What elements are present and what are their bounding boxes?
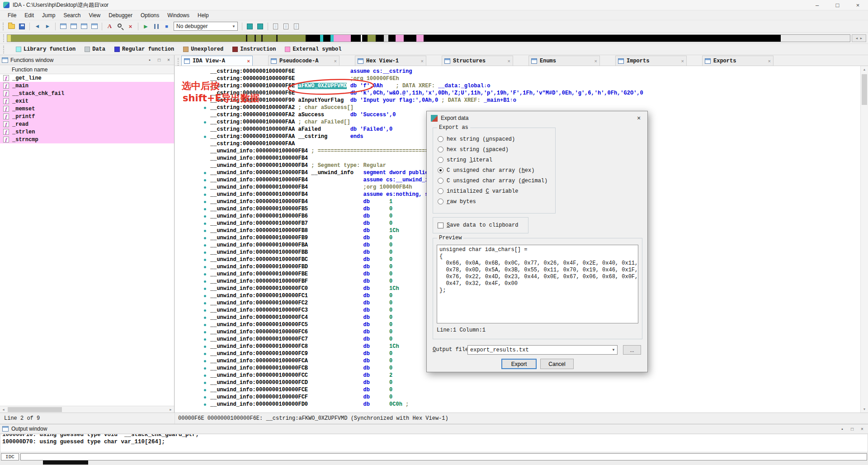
scroll-up-icon[interactable]: ▲ — [861, 66, 868, 73]
function-name-column-header[interactable]: Function name — [0, 65, 174, 74]
legend-handle[interactable] — [3, 46, 4, 53]
menu-view[interactable]: View — [85, 11, 104, 20]
option-initialized-c-variable[interactable]: initialized C variable — [433, 186, 555, 196]
script-file-icon[interactable] — [270, 21, 281, 31]
radio-button[interactable] — [438, 178, 443, 184]
save-to-clipboard-option[interactable]: Save data to clipboard — [433, 218, 528, 233]
tab-enums[interactable]: Enums× — [528, 56, 600, 66]
tab-close-icon[interactable]: × — [334, 58, 337, 64]
tab-exports[interactable]: Exports× — [702, 56, 774, 66]
search-icon[interactable] — [115, 21, 125, 31]
menu-jump[interactable]: Jump — [38, 11, 59, 20]
dock-icon[interactable]: ▪ — [146, 57, 153, 62]
tab-close-icon[interactable]: × — [594, 58, 597, 64]
notepad-icon[interactable] — [291, 21, 302, 31]
tab-close-icon[interactable]: × — [768, 58, 771, 64]
function-row-memset[interactable]: f_memset — [0, 105, 174, 113]
function-row-main[interactable]: f_main — [0, 82, 174, 90]
minimize-button[interactable]: – — [807, 0, 827, 10]
menu-debugger[interactable]: Debugger — [104, 11, 137, 20]
scroll-thumb[interactable] — [862, 74, 867, 105]
cancel-button[interactable]: Cancel — [540, 359, 574, 369]
function-row-strncmp[interactable]: f_strncmp — [0, 136, 174, 143]
tab-close-icon[interactable]: × — [508, 58, 510, 64]
menu-file[interactable]: File — [4, 11, 20, 20]
disasm-line[interactable]: __cstring:0000000100000F6E aFKWO_0XZUPFV… — [175, 82, 868, 90]
menu-edit[interactable]: Edit — [20, 11, 38, 20]
scroll-right-icon[interactable]: ► — [167, 406, 174, 413]
radio-button[interactable] — [438, 136, 443, 142]
disasm-line[interactable]: __unwind_info:0000000100000FD0 db 0C0h ; — [175, 401, 868, 408]
open-file-icon[interactable] — [6, 21, 17, 31]
tabbar-handle[interactable] — [178, 58, 179, 66]
function-row-read[interactable]: f_read — [0, 120, 174, 128]
browse-button[interactable]: ... — [623, 345, 641, 355]
combo-arrow-icon[interactable]: ▼ — [230, 24, 237, 28]
navband-scroll-right-icon[interactable]: ► — [860, 37, 863, 40]
tab-close-icon[interactable]: × — [247, 58, 250, 64]
disasm-line[interactable]: __unwind_info:0000000100000FCF db 0 — [175, 394, 868, 401]
navband-scroll-left-icon[interactable]: ◄ — [855, 37, 859, 40]
scroll-down-icon[interactable]: ▼ — [861, 406, 868, 413]
script-command-icon[interactable] — [281, 21, 291, 31]
menu-options[interactable]: Options — [137, 11, 163, 20]
tab-pseudocode-a[interactable]: Pseudocode-A× — [268, 56, 340, 66]
float-icon[interactable]: □ — [849, 427, 856, 432]
font-icon[interactable]: A — [104, 21, 115, 31]
function-row-exit[interactable]: f_exit — [0, 97, 174, 105]
save-to-clipboard-checkbox[interactable] — [438, 223, 443, 228]
toolbar-handle[interactable] — [3, 23, 4, 30]
tab-close-icon[interactable]: × — [421, 58, 424, 64]
disasm-line[interactable]: __unwind_info:0000000100000FCE db 0 — [175, 386, 868, 394]
option-string-literal[interactable]: string literal — [433, 155, 555, 165]
disasm-line[interactable]: __cstring:0000000100000F6E db 'k',0Ch,'w… — [175, 90, 868, 97]
functions-window-titlebar[interactable]: Functions window ▪ □ × — [0, 55, 174, 65]
navigation-band[interactable] — [7, 34, 850, 42]
cli-input[interactable] — [20, 453, 867, 460]
dock-icon[interactable]: ▪ — [839, 427, 846, 432]
export-button[interactable]: Export — [501, 359, 537, 369]
dialog-close-button[interactable]: × — [630, 111, 647, 125]
disasm-vscrollbar[interactable]: ▲ ▼ — [860, 66, 868, 413]
debugger-options-icon[interactable] — [255, 21, 265, 31]
function-row-strlen[interactable]: f_strlen — [0, 128, 174, 136]
disasm-line[interactable]: __unwind_info:0000000100000FCC db 2 — [175, 372, 868, 379]
function-row-stack-chk-fail[interactable]: f__stack_chk_fail — [0, 90, 174, 97]
scroll-left-icon[interactable]: ◄ — [0, 406, 7, 413]
function-row-get-line[interactable]: f_get_line — [0, 74, 174, 82]
radio-button[interactable] — [438, 157, 443, 163]
output-window-titlebar[interactable]: Output window ▪ □ × — [0, 424, 868, 434]
structures-window-icon[interactable] — [89, 21, 99, 31]
float-icon[interactable]: □ — [156, 57, 163, 62]
function-row-printf[interactable]: f_printf — [0, 113, 174, 120]
cli-language-select[interactable]: IDC — [1, 453, 19, 460]
tab-hex-view-1[interactable]: Hex View-1× — [355, 56, 426, 66]
combo-arrow-icon[interactable]: ▼ — [610, 348, 617, 352]
close-button[interactable]: × — [848, 0, 868, 10]
radio-button[interactable] — [438, 188, 443, 194]
debugger-start-icon[interactable]: ▶ — [141, 21, 151, 31]
names-window-icon[interactable] — [79, 21, 89, 31]
debugger-pause-icon[interactable] — [151, 21, 161, 31]
option-c-unsigned-char-array-hex[interactable]: C unsigned char array (hex) — [433, 165, 555, 176]
scroll-thumb[interactable] — [8, 407, 62, 412]
tab-imports[interactable]: Imports× — [615, 56, 687, 66]
output-file-select[interactable]: export_results.txt ▼ — [467, 345, 618, 355]
segments-window-icon[interactable] — [68, 21, 79, 31]
preview-box[interactable]: unsigned char ida_chars[] ={ 0x66, 0x0A,… — [437, 245, 638, 323]
nav-back-icon[interactable]: ◄ — [32, 21, 42, 31]
functions-hscrollbar[interactable]: ◄ ► — [0, 406, 174, 413]
disasm-line[interactable]: __cstring:0000000100000F6E assume cs:__c… — [175, 68, 868, 75]
maximize-button[interactable]: □ — [827, 0, 848, 10]
close-icon[interactable]: × — [859, 427, 866, 432]
disasm-line[interactable]: __cstring:0000000100000FA2 ; char aSucce… — [175, 104, 868, 111]
disasm-line[interactable]: __cstring:0000000100000F90 aInputYourFla… — [175, 97, 868, 104]
radio-button[interactable] — [438, 147, 443, 152]
menu-windows[interactable]: Windows — [163, 11, 193, 20]
option-raw-bytes[interactable]: raw bytes — [433, 196, 555, 207]
disasm-line[interactable]: __unwind_info:0000000100000FCD db 0 — [175, 379, 868, 386]
tab-ida-view-a[interactable]: IDA View-A× — [181, 56, 253, 66]
radio-button[interactable] — [438, 199, 443, 204]
navband-handle[interactable] — [3, 34, 4, 42]
dialog-titlebar[interactable]: Export data × — [427, 111, 647, 125]
